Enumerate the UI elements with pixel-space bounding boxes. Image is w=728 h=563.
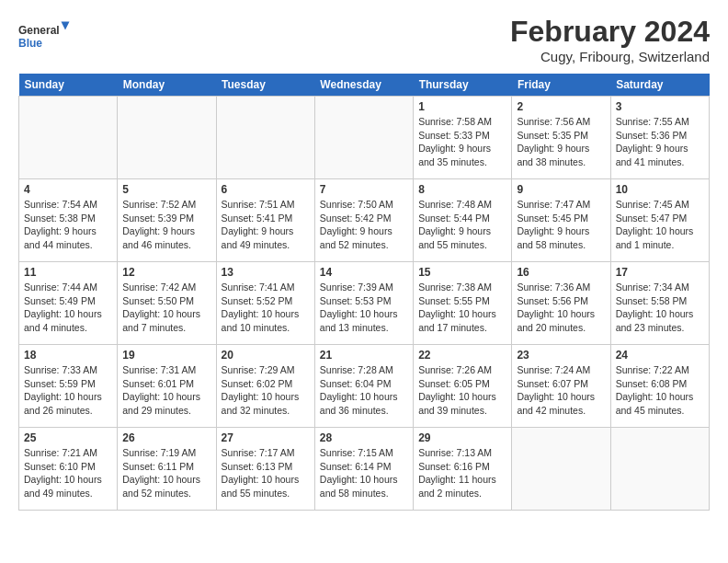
day-info: Sunrise: 7:56 AM Sunset: 5:35 PM Dayligh…	[517, 115, 605, 169]
day-info: Sunrise: 7:48 AM Sunset: 5:44 PM Dayligh…	[418, 198, 506, 252]
weekday-header-tuesday: Tuesday	[216, 74, 314, 97]
calendar-cell: 13Sunrise: 7:41 AM Sunset: 5:52 PM Dayli…	[216, 262, 314, 345]
calendar-table: SundayMondayTuesdayWednesdayThursdayFrid…	[18, 74, 710, 511]
calendar-cell: 28Sunrise: 7:15 AM Sunset: 6:14 PM Dayli…	[314, 428, 413, 511]
svg-text:General: General	[18, 24, 60, 37]
calendar-title: February 2024	[510, 15, 710, 49]
calendar-cell: 19Sunrise: 7:31 AM Sunset: 6:01 PM Dayli…	[118, 345, 216, 428]
calendar-cell: 18Sunrise: 7:33 AM Sunset: 5:59 PM Dayli…	[19, 345, 118, 428]
day-info: Sunrise: 7:28 AM Sunset: 6:04 PM Dayligh…	[320, 363, 408, 418]
calendar-cell: 17Sunrise: 7:34 AM Sunset: 5:58 PM Dayli…	[610, 262, 709, 345]
day-info: Sunrise: 7:38 AM Sunset: 5:55 PM Dayligh…	[418, 281, 506, 335]
calendar-cell	[19, 97, 118, 179]
day-info: Sunrise: 7:21 AM Sunset: 6:10 PM Dayligh…	[24, 446, 112, 500]
day-number: 10	[616, 183, 704, 196]
calendar-cell: 9Sunrise: 7:47 AM Sunset: 5:45 PM Daylig…	[512, 179, 610, 262]
weekday-header-saturday: Saturday	[610, 74, 709, 97]
calendar-cell: 20Sunrise: 7:29 AM Sunset: 6:02 PM Dayli…	[216, 345, 314, 428]
calendar-cell: 8Sunrise: 7:48 AM Sunset: 5:44 PM Daylig…	[414, 179, 512, 262]
calendar-cell	[610, 428, 709, 511]
day-info: Sunrise: 7:24 AM Sunset: 6:07 PM Dayligh…	[517, 363, 605, 418]
day-number: 17	[616, 266, 704, 279]
week-row-5: 25Sunrise: 7:21 AM Sunset: 6:10 PM Dayli…	[19, 428, 710, 511]
calendar-cell: 22Sunrise: 7:26 AM Sunset: 6:05 PM Dayli…	[414, 345, 512, 428]
day-number: 13	[222, 266, 310, 279]
calendar-cell: 11Sunrise: 7:44 AM Sunset: 5:49 PM Dayli…	[19, 262, 118, 345]
page-header: General Blue February 2024 Cugy, Fribour…	[18, 15, 710, 64]
calendar-cell: 10Sunrise: 7:45 AM Sunset: 5:47 PM Dayli…	[610, 179, 709, 262]
day-info: Sunrise: 7:17 AM Sunset: 6:13 PM Dayligh…	[222, 446, 310, 500]
day-info: Sunrise: 7:45 AM Sunset: 5:47 PM Dayligh…	[616, 198, 704, 252]
week-row-1: 1Sunrise: 7:58 AM Sunset: 5:33 PM Daylig…	[19, 97, 710, 179]
day-number: 1	[418, 100, 506, 113]
calendar-subtitle: Cugy, Fribourg, Switzerland	[510, 49, 710, 64]
calendar-cell: 24Sunrise: 7:22 AM Sunset: 6:08 PM Dayli…	[610, 345, 709, 428]
day-info: Sunrise: 7:52 AM Sunset: 5:39 PM Dayligh…	[122, 198, 210, 252]
calendar-cell: 7Sunrise: 7:50 AM Sunset: 5:42 PM Daylig…	[314, 179, 413, 262]
day-info: Sunrise: 7:47 AM Sunset: 5:45 PM Dayligh…	[517, 198, 605, 252]
calendar-cell: 25Sunrise: 7:21 AM Sunset: 6:10 PM Dayli…	[19, 428, 118, 511]
day-info: Sunrise: 7:22 AM Sunset: 6:08 PM Dayligh…	[616, 363, 704, 418]
calendar-cell: 26Sunrise: 7:19 AM Sunset: 6:11 PM Dayli…	[118, 428, 216, 511]
day-number: 8	[418, 183, 506, 196]
day-number: 22	[418, 349, 506, 362]
day-number: 16	[517, 266, 605, 279]
calendar-cell	[216, 97, 314, 179]
day-number: 27	[222, 431, 310, 444]
day-number: 25	[24, 431, 112, 444]
day-info: Sunrise: 7:33 AM Sunset: 5:59 PM Dayligh…	[24, 363, 112, 418]
day-info: Sunrise: 7:31 AM Sunset: 6:01 PM Dayligh…	[122, 363, 210, 418]
week-row-3: 11Sunrise: 7:44 AM Sunset: 5:49 PM Dayli…	[19, 262, 710, 345]
day-number: 26	[122, 431, 210, 444]
weekday-header-thursday: Thursday	[414, 74, 512, 97]
calendar-cell: 16Sunrise: 7:36 AM Sunset: 5:56 PM Dayli…	[512, 262, 610, 345]
calendar-cell: 27Sunrise: 7:17 AM Sunset: 6:13 PM Dayli…	[216, 428, 314, 511]
day-number: 7	[320, 183, 408, 196]
weekday-header-row: SundayMondayTuesdayWednesdayThursdayFrid…	[19, 74, 710, 97]
title-area: February 2024 Cugy, Fribourg, Switzerlan…	[510, 15, 710, 64]
calendar-cell: 2Sunrise: 7:56 AM Sunset: 5:35 PM Daylig…	[512, 97, 610, 179]
calendar-cell: 23Sunrise: 7:24 AM Sunset: 6:07 PM Dayli…	[512, 345, 610, 428]
day-number: 2	[517, 100, 605, 113]
day-info: Sunrise: 7:39 AM Sunset: 5:53 PM Dayligh…	[320, 281, 408, 335]
calendar-cell: 21Sunrise: 7:28 AM Sunset: 6:04 PM Dayli…	[314, 345, 413, 428]
day-number: 9	[517, 183, 605, 196]
calendar-cell: 3Sunrise: 7:55 AM Sunset: 5:36 PM Daylig…	[610, 97, 709, 179]
weekday-header-friday: Friday	[512, 74, 610, 97]
day-number: 5	[122, 183, 210, 196]
day-number: 23	[517, 349, 605, 362]
day-number: 6	[222, 183, 310, 196]
day-number: 11	[24, 266, 112, 279]
day-info: Sunrise: 7:26 AM Sunset: 6:05 PM Dayligh…	[418, 363, 506, 418]
calendar-cell: 4Sunrise: 7:54 AM Sunset: 5:38 PM Daylig…	[19, 179, 118, 262]
day-info: Sunrise: 7:44 AM Sunset: 5:49 PM Dayligh…	[24, 281, 112, 335]
day-info: Sunrise: 7:42 AM Sunset: 5:50 PM Dayligh…	[122, 281, 210, 335]
day-number: 3	[616, 100, 704, 113]
day-info: Sunrise: 7:51 AM Sunset: 5:41 PM Dayligh…	[222, 198, 310, 252]
calendar-cell	[314, 97, 413, 179]
day-number: 14	[320, 266, 408, 279]
weekday-header-monday: Monday	[118, 74, 216, 97]
day-number: 12	[122, 266, 210, 279]
calendar-cell: 12Sunrise: 7:42 AM Sunset: 5:50 PM Dayli…	[118, 262, 216, 345]
calendar-cell	[118, 97, 216, 179]
day-info: Sunrise: 7:41 AM Sunset: 5:52 PM Dayligh…	[222, 281, 310, 335]
day-number: 15	[418, 266, 506, 279]
day-info: Sunrise: 7:29 AM Sunset: 6:02 PM Dayligh…	[222, 363, 310, 418]
day-info: Sunrise: 7:58 AM Sunset: 5:33 PM Dayligh…	[418, 115, 506, 169]
day-number: 24	[616, 349, 704, 362]
day-number: 20	[222, 349, 310, 362]
day-number: 29	[418, 431, 506, 444]
calendar-cell: 5Sunrise: 7:52 AM Sunset: 5:39 PM Daylig…	[118, 179, 216, 262]
calendar-cell: 6Sunrise: 7:51 AM Sunset: 5:41 PM Daylig…	[216, 179, 314, 262]
day-info: Sunrise: 7:50 AM Sunset: 5:42 PM Dayligh…	[320, 198, 408, 252]
day-info: Sunrise: 7:13 AM Sunset: 6:16 PM Dayligh…	[418, 446, 506, 500]
logo-svg: General Blue	[18, 15, 74, 59]
day-info: Sunrise: 7:19 AM Sunset: 6:11 PM Dayligh…	[122, 446, 210, 500]
calendar-cell: 15Sunrise: 7:38 AM Sunset: 5:55 PM Dayli…	[414, 262, 512, 345]
day-info: Sunrise: 7:15 AM Sunset: 6:14 PM Dayligh…	[320, 446, 408, 500]
day-info: Sunrise: 7:34 AM Sunset: 5:58 PM Dayligh…	[616, 281, 704, 335]
svg-marker-1	[62, 22, 70, 30]
weekday-header-sunday: Sunday	[19, 74, 118, 97]
day-number: 19	[122, 349, 210, 362]
